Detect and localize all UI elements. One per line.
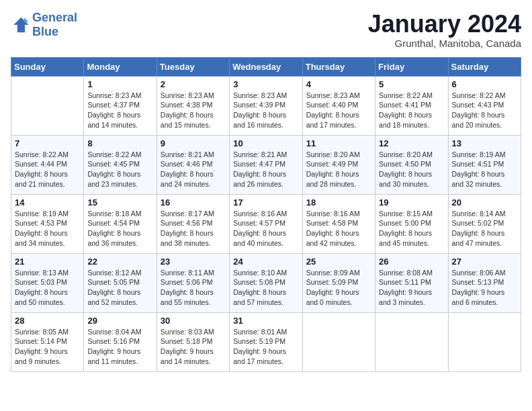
day-info: Sunrise: 8:21 AMSunset: 4:47 PMDaylight:… (233, 150, 298, 189)
day-info: Sunrise: 8:16 AMSunset: 4:58 PMDaylight:… (306, 209, 371, 248)
day-info: Sunrise: 8:13 AMSunset: 5:03 PMDaylight:… (15, 268, 80, 308)
day-number: 6 (452, 79, 517, 89)
calendar-cell: 9Sunrise: 8:21 AMSunset: 4:46 PMDaylight… (157, 135, 229, 194)
day-number: 21 (15, 257, 80, 267)
calendar-cell: 24Sunrise: 8:10 AMSunset: 5:08 PMDayligh… (230, 253, 302, 312)
calendar-week-4: 21Sunrise: 8:13 AMSunset: 5:03 PMDayligh… (11, 253, 521, 312)
weekday-header-saturday: Saturday (448, 57, 521, 76)
day-number: 3 (233, 79, 298, 89)
weekday-header-row: SundayMondayTuesdayWednesdayThursdayFrid… (11, 57, 521, 76)
day-number: 2 (161, 79, 226, 89)
calendar-week-3: 14Sunrise: 8:19 AMSunset: 4:53 PMDayligh… (11, 194, 521, 253)
day-number: 22 (87, 257, 152, 267)
day-number: 23 (161, 257, 226, 267)
calendar-cell: 10Sunrise: 8:21 AMSunset: 4:47 PMDayligh… (230, 135, 302, 194)
day-number: 13 (452, 138, 517, 148)
calendar-cell: 27Sunrise: 8:06 AMSunset: 5:13 PMDayligh… (448, 253, 521, 312)
weekday-header-wednesday: Wednesday (230, 57, 302, 76)
day-number: 4 (306, 79, 371, 89)
day-number: 12 (379, 138, 444, 148)
calendar-cell: 14Sunrise: 8:19 AMSunset: 4:53 PMDayligh… (11, 194, 84, 253)
day-number: 1 (87, 79, 152, 89)
calendar-cell: 21Sunrise: 8:13 AMSunset: 5:03 PMDayligh… (11, 253, 84, 312)
day-info: Sunrise: 8:10 AMSunset: 5:08 PMDaylight:… (233, 268, 298, 308)
calendar-cell: 8Sunrise: 8:22 AMSunset: 4:45 PMDaylight… (84, 135, 157, 194)
day-info: Sunrise: 8:01 AMSunset: 5:19 PMDaylight:… (233, 327, 298, 367)
calendar-cell: 7Sunrise: 8:22 AMSunset: 4:44 PMDaylight… (11, 135, 84, 194)
calendar-cell: 4Sunrise: 8:23 AMSunset: 4:40 PMDaylight… (302, 76, 375, 135)
calendar-cell (375, 312, 448, 371)
day-info: Sunrise: 8:14 AMSunset: 5:02 PMDaylight:… (452, 209, 517, 248)
day-info: Sunrise: 8:20 AMSunset: 4:49 PMDaylight:… (306, 150, 371, 189)
day-number: 27 (452, 257, 517, 267)
day-info: Sunrise: 8:16 AMSunset: 4:57 PMDaylight:… (233, 209, 298, 248)
svg-marker-1 (24, 17, 29, 22)
day-info: Sunrise: 8:19 AMSunset: 4:51 PMDaylight:… (452, 150, 517, 189)
day-info: Sunrise: 8:22 AMSunset: 4:45 PMDaylight:… (87, 150, 152, 189)
calendar-cell: 11Sunrise: 8:20 AMSunset: 4:49 PMDayligh… (302, 135, 375, 194)
calendar-cell: 18Sunrise: 8:16 AMSunset: 4:58 PMDayligh… (302, 194, 375, 253)
day-info: Sunrise: 8:21 AMSunset: 4:46 PMDaylight:… (161, 150, 226, 189)
day-info: Sunrise: 8:09 AMSunset: 5:09 PMDaylight:… (306, 268, 371, 308)
day-number: 24 (233, 257, 298, 267)
calendar-week-2: 7Sunrise: 8:22 AMSunset: 4:44 PMDaylight… (11, 135, 521, 194)
calendar-cell (448, 312, 521, 371)
day-number: 10 (233, 138, 298, 148)
calendar-cell: 26Sunrise: 8:08 AMSunset: 5:11 PMDayligh… (375, 253, 448, 312)
logo-icon (11, 15, 30, 34)
calendar-cell: 1Sunrise: 8:23 AMSunset: 4:37 PMDaylight… (84, 76, 157, 135)
day-info: Sunrise: 8:19 AMSunset: 4:53 PMDaylight:… (15, 209, 80, 248)
day-number: 29 (87, 316, 152, 326)
day-info: Sunrise: 8:23 AMSunset: 4:38 PMDaylight:… (161, 91, 226, 130)
calendar-cell (11, 76, 84, 135)
calendar-cell: 20Sunrise: 8:14 AMSunset: 5:02 PMDayligh… (448, 194, 521, 253)
day-number: 5 (379, 79, 444, 89)
day-info: Sunrise: 8:20 AMSunset: 4:50 PMDaylight:… (379, 150, 444, 189)
day-number: 15 (87, 197, 152, 208)
calendar-cell: 19Sunrise: 8:15 AMSunset: 5:00 PMDayligh… (375, 194, 448, 253)
day-number: 20 (452, 197, 517, 208)
calendar-cell: 2Sunrise: 8:23 AMSunset: 4:38 PMDaylight… (157, 76, 229, 135)
day-number: 25 (306, 257, 371, 267)
calendar-cell: 3Sunrise: 8:23 AMSunset: 4:39 PMDaylight… (230, 76, 302, 135)
day-number: 30 (161, 316, 226, 326)
day-info: Sunrise: 8:12 AMSunset: 5:05 PMDaylight:… (87, 268, 152, 308)
calendar-week-1: 1Sunrise: 8:23 AMSunset: 4:37 PMDaylight… (11, 76, 521, 135)
calendar-cell: 5Sunrise: 8:22 AMSunset: 4:41 PMDaylight… (375, 76, 448, 135)
day-number: 19 (379, 197, 444, 208)
title-block: January 2024 Grunthal, Manitoba, Canada (368, 11, 521, 49)
calendar-cell: 17Sunrise: 8:16 AMSunset: 4:57 PMDayligh… (230, 194, 302, 253)
calendar-cell: 13Sunrise: 8:19 AMSunset: 4:51 PMDayligh… (448, 135, 521, 194)
day-info: Sunrise: 8:23 AMSunset: 4:37 PMDaylight:… (87, 91, 152, 130)
day-info: Sunrise: 8:23 AMSunset: 4:39 PMDaylight:… (233, 91, 298, 130)
day-info: Sunrise: 8:17 AMSunset: 4:56 PMDaylight:… (161, 209, 226, 248)
day-number: 28 (15, 316, 80, 326)
day-number: 9 (161, 138, 226, 148)
calendar-cell (302, 312, 375, 371)
day-info: Sunrise: 8:22 AMSunset: 4:41 PMDaylight:… (379, 91, 444, 130)
svg-marker-0 (13, 17, 28, 32)
calendar-cell: 30Sunrise: 8:03 AMSunset: 5:18 PMDayligh… (157, 312, 229, 371)
day-number: 18 (306, 197, 371, 208)
weekday-header-monday: Monday (84, 57, 157, 76)
calendar-cell: 22Sunrise: 8:12 AMSunset: 5:05 PMDayligh… (84, 253, 157, 312)
calendar-week-5: 28Sunrise: 8:05 AMSunset: 5:14 PMDayligh… (11, 312, 521, 371)
day-info: Sunrise: 8:15 AMSunset: 5:00 PMDaylight:… (379, 209, 444, 248)
day-number: 7 (15, 138, 80, 148)
month-title: January 2024 (368, 11, 521, 38)
calendar-table: SundayMondayTuesdayWednesdayThursdayFrid… (11, 57, 521, 372)
day-info: Sunrise: 8:05 AMSunset: 5:14 PMDaylight:… (15, 327, 80, 367)
day-info: Sunrise: 8:22 AMSunset: 4:43 PMDaylight:… (452, 91, 517, 130)
logo-text: General Blue (32, 11, 77, 39)
weekday-header-thursday: Thursday (302, 57, 375, 76)
day-number: 31 (233, 316, 298, 326)
calendar-cell: 25Sunrise: 8:09 AMSunset: 5:09 PMDayligh… (302, 253, 375, 312)
day-info: Sunrise: 8:06 AMSunset: 5:13 PMDaylight:… (452, 268, 517, 308)
calendar-cell: 15Sunrise: 8:18 AMSunset: 4:54 PMDayligh… (84, 194, 157, 253)
day-info: Sunrise: 8:03 AMSunset: 5:18 PMDaylight:… (161, 327, 226, 367)
weekday-header-friday: Friday (375, 57, 448, 76)
weekday-header-sunday: Sunday (11, 57, 84, 76)
calendar-cell: 29Sunrise: 8:04 AMSunset: 5:16 PMDayligh… (84, 312, 157, 371)
day-info: Sunrise: 8:08 AMSunset: 5:11 PMDaylight:… (379, 268, 444, 308)
day-info: Sunrise: 8:11 AMSunset: 5:06 PMDaylight:… (161, 268, 226, 308)
